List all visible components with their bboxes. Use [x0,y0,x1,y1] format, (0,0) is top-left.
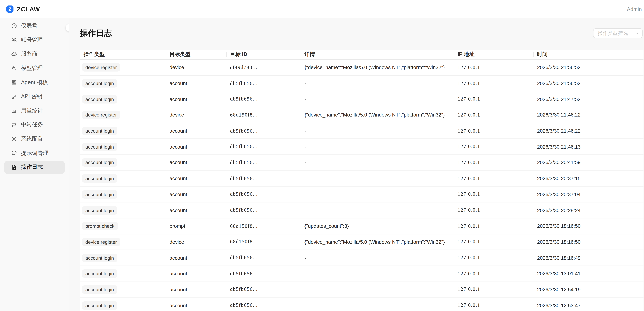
target-type-cell: account [166,123,226,139]
time-cell: 2026/3/30 21:56:52 [533,75,644,91]
target-id-cell: db5fb656... [226,91,301,107]
op-type-tag: account.login [82,190,117,198]
op-type-tag: account.login [82,95,117,103]
details-cell: - [301,186,454,202]
column-header-op-type: 操作类型 [80,50,166,60]
dashboard-gauge-icon [11,23,17,29]
ip-cell: 127.0.0.1 [454,250,533,266]
target-type-cell: account [166,139,226,155]
sidebar-item-label: 系统配置 [21,135,43,143]
time-cell: 2026/3/30 20:37:04 [533,186,644,202]
table-row: account.login account db5fb656... - 127.… [80,155,644,171]
op-type-tag: account.login [82,174,117,183]
column-header-details: 详情 [301,50,454,60]
target-type-cell: account [166,282,226,297]
op-type-tag: account.login [82,79,117,88]
table-row: device.register device 68d150f8... {"dev… [80,107,644,123]
sidebar-item-relay-tasks[interactable]: 中转任务 [4,118,65,131]
sidebar-item-accounts[interactable]: 账号管理 [4,34,65,46]
cloud-provider-icon [11,51,17,57]
target-type-cell: account [166,266,226,282]
sidebar-item-label: 仪表盘 [21,22,37,30]
sidebar-item-label: 服务商 [21,50,37,58]
details-cell: {"device_name":"Mozilla/5.0 (Windows NT"… [301,107,454,123]
time-cell: 2026/3/30 18:16:50 [533,218,644,234]
target-id-cell: db5fb656... [226,171,301,186]
op-type-tag: account.login [82,254,117,262]
op-type-tag: account.login [82,206,117,214]
target-type-cell: account [166,75,226,91]
user-menu[interactable]: Admin [627,0,642,18]
op-type-tag: device.register [82,111,120,119]
ip-cell: 127.0.0.1 [454,139,533,155]
sidebar-item-providers[interactable]: 服务商 [4,48,65,61]
ip-cell: 127.0.0.1 [454,60,533,75]
app-window: Z ZCLAW Admin 仪表盘 账号管理 服务商 模型管理 Agent 模板 [0,0,644,311]
sidebar-item-usage-stats[interactable]: 用量统计 [4,104,65,117]
details-cell: - [301,91,454,107]
op-type-tag: device.register [82,238,120,246]
details-cell: - [301,202,454,218]
sidebar-item-models[interactable]: 模型管理 [4,62,65,75]
time-cell: 2026/3/30 21:46:13 [533,139,644,155]
target-id-cell: 68d150f8... [226,218,301,234]
op-type-tag: account.login [82,285,117,294]
time-cell: 2026/3/30 20:28:24 [533,202,644,218]
details-cell: - [301,297,454,311]
table-row: account.login account db5fb656... - 127.… [80,250,644,266]
target-id-cell: db5fb656... [226,297,301,311]
ip-cell: 127.0.0.1 [454,186,533,202]
ip-cell: 127.0.0.1 [454,202,533,218]
ip-cell: 127.0.0.1 [454,218,533,234]
table-row: account.login account db5fb656... - 127.… [80,91,644,107]
target-id-cell: db5fb656... [226,250,301,266]
target-type-cell: account [166,202,226,218]
brand-logo-icon: Z [6,5,14,13]
sidebar-item-agent-templates[interactable]: Agent 模板 [4,76,65,89]
bar-chart-icon [11,108,17,114]
table-row: device.register device cf49d783... {"dev… [80,60,644,75]
sidebar-nav: 仪表盘 账号管理 服务商 模型管理 Agent 模板 API 密钥 用量统计 [0,18,70,311]
operation-type-filter-select[interactable]: 操作类型筛选 [593,28,642,38]
target-type-cell: device [166,107,226,123]
target-type-cell: prompt [166,218,226,234]
ip-cell: 127.0.0.1 [454,75,533,91]
table-header-row: 操作类型 目标类型 目标 ID 详情 IP 地址 时间 [80,50,644,60]
details-cell: - [301,155,454,171]
sidebar-item-label: 操作日志 [21,163,43,171]
target-type-cell: account [166,186,226,202]
time-cell: 2026/3/30 21:47:52 [533,91,644,107]
sidebar-item-label: API 密钥 [21,93,42,100]
sidebar-item-prompt-management[interactable]: 提示词管理 [4,147,65,159]
sidebar-item-api-keys[interactable]: API 密钥 [4,90,65,103]
brand-title: ZCLAW [17,5,40,13]
table-row: device.register device 68d150f8... {"dev… [80,234,644,250]
chevron-down-icon [634,32,639,36]
table-row: prompt.check prompt 68d150f8... {"update… [80,218,644,234]
sidebar-item-operation-log[interactable]: 操作日志 [4,161,65,174]
column-header-time: 时间 [533,50,644,60]
plug-icon [11,65,17,71]
time-cell: 2026/3/30 12:53:47 [533,297,644,311]
table-row: account.login account db5fb656... - 127.… [80,123,644,139]
sidebar-item-label: 账号管理 [21,36,43,44]
key-icon [11,93,17,100]
target-id-cell: db5fb656... [226,202,301,218]
target-type-cell: device [166,60,226,75]
document-icon [11,164,17,170]
target-id-cell: cf49d783... [226,60,301,75]
ip-cell: 127.0.0.1 [454,107,533,123]
users-icon [11,37,17,43]
sidebar-item-dashboard[interactable]: 仪表盘 [4,19,65,32]
ip-cell: 127.0.0.1 [454,155,533,171]
gear-icon [11,136,17,142]
sidebar-item-system-config[interactable]: 系统配置 [4,133,65,145]
ip-cell: 127.0.0.1 [454,91,533,107]
table-row: account.login account db5fb656... - 127.… [80,202,644,218]
time-cell: 2026/3/30 20:41:59 [533,155,644,171]
time-cell: 2026/3/30 20:37:15 [533,171,644,186]
details-cell: - [301,282,454,297]
time-cell: 2026/3/30 18:16:50 [533,234,644,250]
table-row: account.login account db5fb656... - 127.… [80,297,644,311]
sidebar-item-label: 中转任务 [21,121,43,129]
